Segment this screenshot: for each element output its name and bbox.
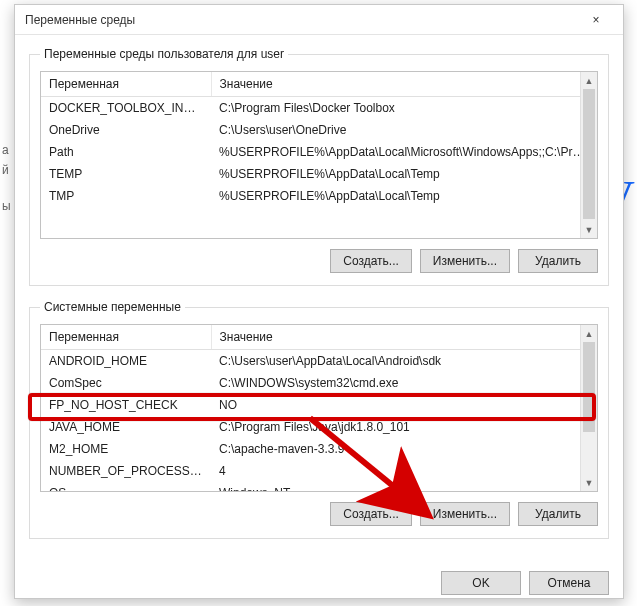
cell-name: ANDROID_HOME xyxy=(41,350,211,373)
cell-value: C:\Users\user\AppData\Local\Android\sdk xyxy=(211,350,597,373)
dialog-buttons: OK Отмена xyxy=(15,563,623,606)
close-icon: × xyxy=(592,13,599,27)
system-vars-group: Системные переменные Переменная Значение… xyxy=(29,300,609,539)
scroll-up-icon[interactable]: ▲ xyxy=(581,72,597,89)
table-row[interactable]: ComSpecC:\WINDOWS\system32\cmd.exe xyxy=(41,372,597,394)
system-vars-table-wrap: Переменная Значение ANDROID_HOMEC:\Users… xyxy=(40,324,598,492)
cell-name: Path xyxy=(41,141,211,163)
cell-name: JAVA_HOME xyxy=(41,416,211,438)
user-vars-legend: Переменные среды пользователя для user xyxy=(40,47,288,61)
system-delete-button[interactable]: Удалить xyxy=(518,502,598,526)
table-row[interactable]: Path%USERPROFILE%\AppData\Local\Microsof… xyxy=(41,141,597,163)
scroll-down-icon[interactable]: ▼ xyxy=(581,221,597,238)
system-edit-button[interactable]: Изменить... xyxy=(420,502,510,526)
cell-value: C:\Program Files\Docker Toolbox xyxy=(211,97,597,120)
cell-value: %USERPROFILE%\AppData\Local\Temp xyxy=(211,185,597,207)
system-create-button[interactable]: Создать... xyxy=(330,502,412,526)
table-row[interactable]: TMP%USERPROFILE%\AppData\Local\Temp xyxy=(41,185,597,207)
background-text: а й ы xyxy=(2,140,11,216)
cell-name: TMP xyxy=(41,185,211,207)
cell-name: DOCKER_TOOLBOX_INSTAL... xyxy=(41,97,211,120)
cell-name: M2_HOME xyxy=(41,438,211,460)
system-vars-table: Переменная Значение ANDROID_HOMEC:\Users… xyxy=(41,325,597,492)
col-header-value[interactable]: Значение xyxy=(211,325,597,350)
close-button[interactable]: × xyxy=(579,9,613,31)
cell-value: %USERPROFILE%\AppData\Local\Microsoft\Wi… xyxy=(211,141,597,163)
table-row[interactable]: JAVA_HOMEC:\Program Files\Java\jdk1.8.0_… xyxy=(41,416,597,438)
system-vars-buttons: Создать... Изменить... Удалить xyxy=(40,502,598,526)
cell-value: 4 xyxy=(211,460,597,482)
cell-name: FP_NO_HOST_CHECK xyxy=(41,394,211,416)
cancel-button[interactable]: Отмена xyxy=(529,571,609,595)
cell-value: C:\WINDOWS\system32\cmd.exe xyxy=(211,372,597,394)
col-header-name[interactable]: Переменная xyxy=(41,325,211,350)
user-delete-button[interactable]: Удалить xyxy=(518,249,598,273)
scroll-thumb[interactable] xyxy=(583,342,595,432)
cell-value: %USERPROFILE%\AppData\Local\Temp xyxy=(211,163,597,185)
table-row[interactable]: NUMBER_OF_PROCESSORS4 xyxy=(41,460,597,482)
system-vars-scrollbar[interactable]: ▲ ▼ xyxy=(580,325,597,491)
scroll-up-icon[interactable]: ▲ xyxy=(581,325,597,342)
scroll-down-icon[interactable]: ▼ xyxy=(581,474,597,491)
titlebar: Переменные среды × xyxy=(15,5,623,35)
table-row[interactable]: FP_NO_HOST_CHECKNO xyxy=(41,394,597,416)
env-vars-dialog: Переменные среды × Переменные среды поль… xyxy=(14,4,624,599)
cell-value: C:\Program Files\Java\jdk1.8.0_101 xyxy=(211,416,597,438)
table-row[interactable]: DOCKER_TOOLBOX_INSTAL...C:\Program Files… xyxy=(41,97,597,120)
table-row[interactable]: OSWindows_NT xyxy=(41,482,597,492)
table-row[interactable]: ANDROID_HOMEC:\Users\user\AppData\Local\… xyxy=(41,350,597,373)
user-create-button[interactable]: Создать... xyxy=(330,249,412,273)
cell-name: OneDrive xyxy=(41,119,211,141)
system-vars-legend: Системные переменные xyxy=(40,300,185,314)
cell-name: ComSpec xyxy=(41,372,211,394)
table-row[interactable]: OneDriveC:\Users\user\OneDrive xyxy=(41,119,597,141)
user-vars-group: Переменные среды пользователя для user П… xyxy=(29,47,609,286)
user-vars-scrollbar[interactable]: ▲ ▼ xyxy=(580,72,597,238)
cell-name: TEMP xyxy=(41,163,211,185)
window-title: Переменные среды xyxy=(25,13,135,27)
cell-name: NUMBER_OF_PROCESSORS xyxy=(41,460,211,482)
ok-button[interactable]: OK xyxy=(441,571,521,595)
cell-value: NO xyxy=(211,394,597,416)
cell-value: C:\apache-maven-3.3.9 xyxy=(211,438,597,460)
dialog-content: Переменные среды пользователя для user П… xyxy=(15,35,623,563)
cell-name: OS xyxy=(41,482,211,492)
user-vars-table: Переменная Значение DOCKER_TOOLBOX_INSTA… xyxy=(41,72,597,207)
user-vars-table-wrap: Переменная Значение DOCKER_TOOLBOX_INSTA… xyxy=(40,71,598,239)
user-vars-buttons: Создать... Изменить... Удалить xyxy=(40,249,598,273)
col-header-value[interactable]: Значение xyxy=(211,72,597,97)
user-edit-button[interactable]: Изменить... xyxy=(420,249,510,273)
col-header-name[interactable]: Переменная xyxy=(41,72,211,97)
table-row[interactable]: M2_HOMEC:\apache-maven-3.3.9 xyxy=(41,438,597,460)
scroll-thumb[interactable] xyxy=(583,89,595,219)
cell-value: Windows_NT xyxy=(211,482,597,492)
cell-value: C:\Users\user\OneDrive xyxy=(211,119,597,141)
table-row[interactable]: TEMP%USERPROFILE%\AppData\Local\Temp xyxy=(41,163,597,185)
